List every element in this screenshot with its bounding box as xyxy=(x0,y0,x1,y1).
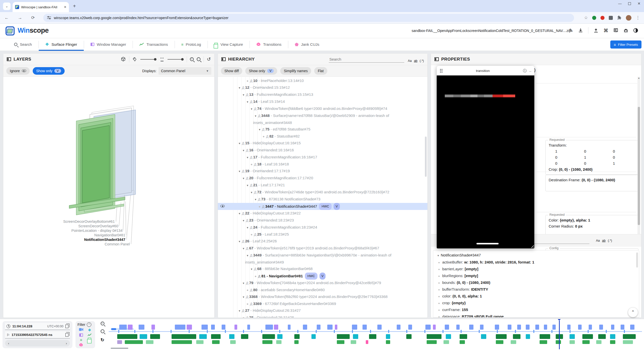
trace-segment[interactable] xyxy=(222,325,225,330)
trace-segment[interactable] xyxy=(567,325,571,330)
shortcuts-icon[interactable]: ⌘ xyxy=(603,28,608,33)
window-controls[interactable]: — ✕ xyxy=(618,2,640,6)
property-row[interactable]: ●bufferTransform: IDENTITY xyxy=(436,286,639,293)
bug-report-icon[interactable] xyxy=(623,28,628,33)
minimize-overlay-icon[interactable]: _ xyxy=(529,68,531,72)
properties-scrollbar[interactable]: ▲ ▼ xyxy=(637,77,640,238)
screen-recording-icon[interactable] xyxy=(79,328,83,331)
trace-segment[interactable] xyxy=(508,325,511,330)
trace-segment[interactable] xyxy=(363,325,367,330)
tree-node[interactable]: ▼Д 74 - WindowToken{fdddbe6 type=2000 an… xyxy=(218,105,427,112)
trace-segment[interactable] xyxy=(377,325,382,330)
transactions-icon[interactable] xyxy=(88,333,92,336)
copy-icon[interactable] xyxy=(65,325,68,328)
spacing-slider[interactable] xyxy=(168,59,184,60)
tree-node[interactable]: ▼Д 17 - FullscreenMagnification:16:16#17 xyxy=(218,154,427,161)
layer-label[interactable]: NotificationShade#3447 xyxy=(84,238,125,242)
maximize-icon[interactable] xyxy=(628,2,631,5)
trace-segment[interactable] xyxy=(611,325,614,330)
property-row[interactable]: ●barrierLayer: [empty] xyxy=(436,266,639,273)
human-time-row[interactable]: 11:04:14.228 UTC+00:00 xyxy=(5,323,70,330)
window-manager-icon[interactable] xyxy=(79,333,83,337)
trace-segment[interactable] xyxy=(621,325,624,330)
trace-segment[interactable] xyxy=(351,340,356,344)
extensions-puzzle-icon[interactable] xyxy=(617,16,622,20)
trace-segment[interactable] xyxy=(552,325,556,330)
trace-segment[interactable] xyxy=(172,340,192,344)
hierarchy-search-input[interactable] xyxy=(329,56,404,63)
trace-segment[interactable] xyxy=(146,340,153,344)
trace-segment[interactable] xyxy=(444,340,449,344)
trace-segment[interactable] xyxy=(481,334,486,339)
trace-segment[interactable] xyxy=(540,334,550,339)
trace-segment[interactable] xyxy=(262,340,272,344)
property-row[interactable]: ●dataspace: BT709 sRGB Full range xyxy=(436,313,639,318)
trace-segment[interactable] xyxy=(274,325,278,330)
close-icon[interactable]: ✕ xyxy=(637,2,640,6)
profile-avatar[interactable] xyxy=(626,15,631,21)
trace-segment[interactable] xyxy=(311,334,316,339)
screen-preview[interactable] xyxy=(437,75,534,248)
trace-segment[interactable] xyxy=(353,334,358,339)
simplify-names-chip[interactable]: Simplify names xyxy=(280,67,311,75)
tree-node[interactable]: ▼Д 28 - OneHanded:26:31#28 xyxy=(218,314,427,318)
trace-segment[interactable] xyxy=(327,325,333,330)
trace-segment[interactable] xyxy=(496,340,503,344)
visibility-icon[interactable] xyxy=(220,205,225,207)
trace-segment[interactable] xyxy=(140,334,147,339)
trace-segment[interactable] xyxy=(234,325,237,330)
timeline-reset-icon[interactable]: ↻ xyxy=(100,337,104,343)
trace-segment[interactable] xyxy=(397,325,400,330)
trace-segment[interactable] xyxy=(151,325,155,330)
trace-segment[interactable] xyxy=(526,334,530,339)
tree-node[interactable]: ▼Д 16 - OneHanded:16:16#16 xyxy=(218,147,427,154)
browser-menu-icon[interactable]: ⋮ xyxy=(636,14,640,22)
tree-node[interactable]: ●Д 25 - Leaf:18:23#25 xyxy=(218,231,427,238)
property-row[interactable]: ●activeBuffer: w: 1080, h: 2400, stride:… xyxy=(436,259,639,266)
property-row[interactable]: ●color: (0, 0, 0), alpha: 1 xyxy=(436,293,639,300)
tree-node[interactable]: ●Д 81 - NavigationBar0#81HWCV xyxy=(218,273,427,280)
trace-segment[interactable] xyxy=(570,340,575,344)
match-case-icon[interactable]: Aa xyxy=(596,239,600,242)
trace-segment[interactable] xyxy=(386,340,390,344)
trace-segment[interactable] xyxy=(276,340,281,344)
trace-segment[interactable] xyxy=(460,334,467,339)
trace-segment[interactable] xyxy=(496,334,506,339)
trace-segment[interactable] xyxy=(408,325,412,330)
tab-transactions[interactable]: Transactions xyxy=(133,38,174,51)
layer-label[interactable]: Common Panel xyxy=(105,242,130,246)
trace-segment[interactable] xyxy=(599,325,603,330)
tree-node[interactable]: ●Д 82 - StatusBar#82 xyxy=(218,133,427,140)
trace-segment[interactable] xyxy=(288,325,291,330)
resize-handle[interactable] xyxy=(530,244,534,248)
rotation-icon[interactable] xyxy=(132,57,137,62)
property-row[interactable]: ●bounds: (0, 0) - (1080, 2400) xyxy=(436,279,639,286)
layer-label[interactable]: ScreenDecorOverlayBottom#61 xyxy=(63,220,115,224)
tab-search[interactable]: Search xyxy=(8,38,38,51)
timeline-zoom-out-icon[interactable]: - xyxy=(101,329,104,333)
show-only-chip[interactable]: Show onlyV xyxy=(33,67,65,75)
trace-segment[interactable] xyxy=(117,334,138,339)
trace-segment[interactable] xyxy=(540,340,547,344)
tree-node[interactable]: ▼Д 79 - WindowToken{7046b4a type=2024 an… xyxy=(218,280,427,287)
trace-segment[interactable] xyxy=(460,340,465,344)
layer-label[interactable]: PointerLocation - display 0#134 xyxy=(71,229,123,233)
tab-view-capture[interactable]: View Capture xyxy=(208,38,250,51)
property-row[interactable]: ●blurRegions: [empty] xyxy=(436,273,639,279)
tab-protolog[interactable]: ≡ProtoLog xyxy=(175,38,208,51)
tree-node[interactable]: ▼Д 15 - HideDisplayCutout:16:16#15 xyxy=(218,140,427,147)
extension-grey-icon[interactable] xyxy=(609,16,613,20)
tree-node[interactable]: ●Д 80 - ace6abb SecondaryHomeHandle0#80 xyxy=(218,287,427,293)
timeline-hscroll[interactable]: ‹› xyxy=(5,340,70,346)
trace-segment[interactable] xyxy=(352,325,357,330)
trace-segment[interactable] xyxy=(469,325,473,330)
tab-search-caret[interactable]: ⌄ xyxy=(3,3,11,10)
tune-icon[interactable] xyxy=(47,16,51,20)
copy-icon[interactable] xyxy=(65,333,68,337)
trace-segment[interactable] xyxy=(366,340,369,344)
trace-segment[interactable] xyxy=(570,334,575,339)
trace-segment[interactable] xyxy=(294,334,300,339)
trace-segment[interactable] xyxy=(623,340,633,344)
tree-node[interactable]: ▼Д 75 - ed70f88 StatusBar#75 xyxy=(218,126,427,133)
tree-scrollbar[interactable] xyxy=(636,252,638,268)
